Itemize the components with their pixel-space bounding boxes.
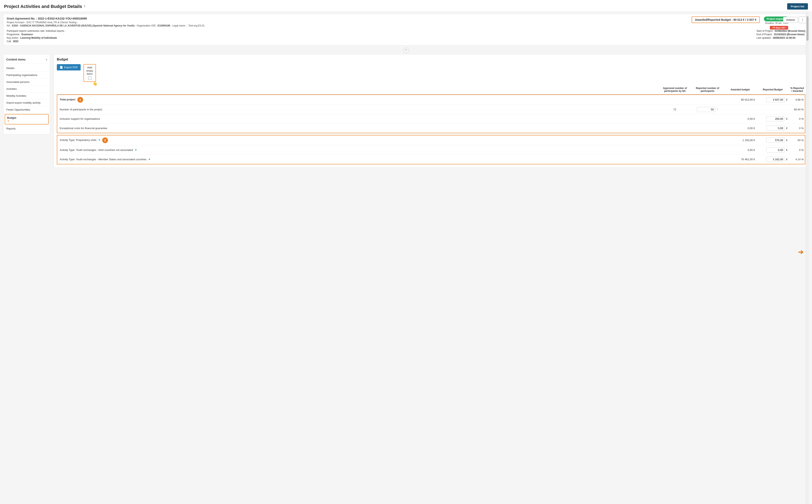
- project-stats-left: Participant reports submission rate: ind…: [7, 30, 748, 43]
- project-meta-na: NA : ES02 - AGENCIA NACIONAL ESPAÑOLA DE…: [7, 24, 805, 27]
- row-approved: [658, 145, 691, 155]
- sidebar-item-associated[interactable]: Associated persons: [3, 79, 50, 86]
- row-reported-budget: €: [756, 114, 789, 123]
- row-label: Inclusion support for organisations: [57, 114, 658, 123]
- row-reported-budget: €: [756, 135, 789, 145]
- sidebar-item-participating[interactable]: Participating organisations: [3, 72, 50, 79]
- col-header-reported-num: Reported number of participants: [691, 85, 724, 94]
- budget-label: Awarded/Reported Budget :: [695, 18, 733, 21]
- table-row: Total project 1 80 613,00 € € 4.88 %: [57, 95, 805, 105]
- euro-symbol: €: [786, 139, 788, 142]
- row-reported-num: [691, 135, 724, 145]
- table-row: Activity Type: Youth exchanges - third c…: [57, 145, 805, 155]
- export-pdf-button[interactable]: 📄 Export PDF: [57, 64, 81, 70]
- euro-symbol: €: [786, 117, 788, 120]
- oid-value: E10000188: [158, 24, 170, 27]
- table-row: Exceptional costs for financial guarante…: [57, 123, 805, 133]
- sidebar-item-budget[interactable]: Budget ▼: [5, 114, 49, 124]
- reported-budget-input[interactable]: [766, 126, 785, 131]
- project-info-bar: Grant Agreement No. : 2022-1-ES02-KA152-…: [3, 14, 809, 46]
- budget-value: 80 613 € / 3 937 €: [733, 18, 756, 21]
- row-reported-budget: €: [756, 145, 789, 155]
- row-reported-num: [691, 95, 724, 105]
- key-action-line: Key Action : Learning Mobility of Indivi…: [7, 36, 748, 39]
- sidebar-item-reports[interactable]: Reports: [3, 125, 50, 132]
- row-approved: [658, 135, 691, 145]
- group2-badge: 2: [102, 137, 108, 143]
- row-reported-num: [691, 123, 724, 133]
- sidebar-label-reports: Reports: [6, 127, 16, 130]
- reported-budget-input[interactable]: [766, 116, 785, 121]
- reported-budget-input[interactable]: [766, 157, 785, 162]
- actions-more-button[interactable]: ⋮: [799, 16, 807, 23]
- row-approved: [658, 114, 691, 123]
- sidebar-item-import[interactable]: Import-export mobility activity: [3, 99, 50, 106]
- row-reported-num: [691, 155, 724, 164]
- row-percent: 4.88 %: [789, 95, 805, 105]
- sidebar-label-details: Details: [6, 67, 14, 70]
- row-awarded: 1 150,00 €: [724, 135, 756, 145]
- sidebar-item-mobility[interactable]: Mobility Activities: [3, 92, 50, 99]
- sidebar-label-fewer: Fewer Opportunities: [6, 108, 30, 111]
- collapse-button[interactable]: ⌃: [403, 48, 409, 53]
- hide-empty-box: Hideemptyitems 👆: [84, 64, 96, 82]
- scrollbar[interactable]: [806, 12, 809, 168]
- reported-budget-input[interactable]: [766, 147, 785, 153]
- legal-label: Legal name : :: [172, 24, 188, 27]
- sidebar-label-participating: Participating organisations: [6, 74, 37, 77]
- sidebar-label-mobility: Mobility Activities: [6, 94, 26, 97]
- reported-num-input[interactable]: [697, 107, 715, 112]
- euro-symbol: €: [786, 158, 788, 161]
- project-list-button[interactable]: Project list: [787, 3, 808, 10]
- scrollbar-thumb[interactable]: [807, 16, 809, 41]
- collapse-bar: ⌃: [3, 48, 809, 53]
- section-title: Budget: [57, 58, 805, 61]
- col-header-label: [57, 85, 659, 94]
- row-awarded: 0,00 €: [724, 123, 756, 133]
- plus-icon[interactable]: +: [98, 138, 100, 142]
- col-header-awarded: Awarded budget: [724, 85, 756, 94]
- sidebar-collapse-icon[interactable]: ‹: [46, 58, 47, 61]
- oid-label: Organisation OID :: [137, 24, 157, 27]
- grant-no-value: 2022-1-ES02-KA152-YOU-000016999: [38, 17, 87, 20]
- row-percent: 4.14 %: [789, 155, 805, 164]
- actions-button[interactable]: Actions: [783, 17, 798, 23]
- sidebar: Content menu ‹ Details Participating org…: [3, 54, 50, 134]
- end-line: End of Project : 31/10/2023 (Brussel tim…: [757, 33, 805, 36]
- row-reported-budget: €: [756, 95, 789, 105]
- row-awarded: 0,00 €: [724, 145, 756, 155]
- legal-value: Test-org.ES.01: [188, 24, 204, 27]
- row-approved: 72: [658, 105, 691, 114]
- participant-rate: Participant reports submission rate: ind…: [7, 30, 748, 32]
- start-line: Start of Project : 01/06/2022 (Brussel t…: [757, 30, 805, 32]
- reported-budget-input[interactable]: [766, 97, 785, 102]
- row-reported-num[interactable]: *: [691, 105, 724, 114]
- main-content: Budget 📄 Export PDF Hideemptyitems 👆: [53, 54, 809, 168]
- call-line: Call : 2022: [7, 40, 748, 43]
- row-reported-num: [691, 114, 724, 123]
- row-percent: 50 %: [789, 135, 805, 145]
- updated-line: Last updated : 18/08/2023 12:00:04: [757, 36, 805, 39]
- budget-section: Budget 📄 Export PDF Hideemptyitems 👆: [53, 54, 809, 168]
- budget-badge: Awarded/Reported Budget : 80 613 € / 3 9…: [692, 16, 760, 23]
- row-approved: [658, 95, 691, 105]
- row-label: Activity Type: Youth exchanges - Member …: [57, 155, 658, 164]
- acronym-label: Project Acronym :: [7, 21, 26, 24]
- hide-empty-label: Hideemptyitems: [86, 66, 93, 76]
- row-label: Activity Type: Preparatory visits + 2: [57, 135, 658, 145]
- budget-table: Approved number of participants by NA Re…: [57, 85, 805, 164]
- plus-icon[interactable]: +: [148, 157, 150, 161]
- info-icon[interactable]: ?: [84, 5, 85, 8]
- hide-empty-checkbox[interactable]: [88, 77, 91, 80]
- reported-budget-input[interactable]: [766, 138, 785, 143]
- row-awarded: [724, 105, 756, 114]
- actions-button-group: Actions ⋮: [783, 16, 807, 23]
- sidebar-item-details[interactable]: Details: [3, 65, 50, 72]
- plus-icon[interactable]: +: [135, 148, 137, 152]
- col-header-percent: % Reported / Awarded: [789, 85, 805, 94]
- row-approved: [658, 155, 691, 164]
- sidebar-item-fewer[interactable]: Fewer Opportunities: [3, 106, 50, 113]
- group1-badge: 1: [77, 97, 83, 103]
- table-row: Inclusion support for organisations 0,00…: [57, 114, 805, 123]
- sidebar-item-activities[interactable]: Activities: [3, 86, 50, 92]
